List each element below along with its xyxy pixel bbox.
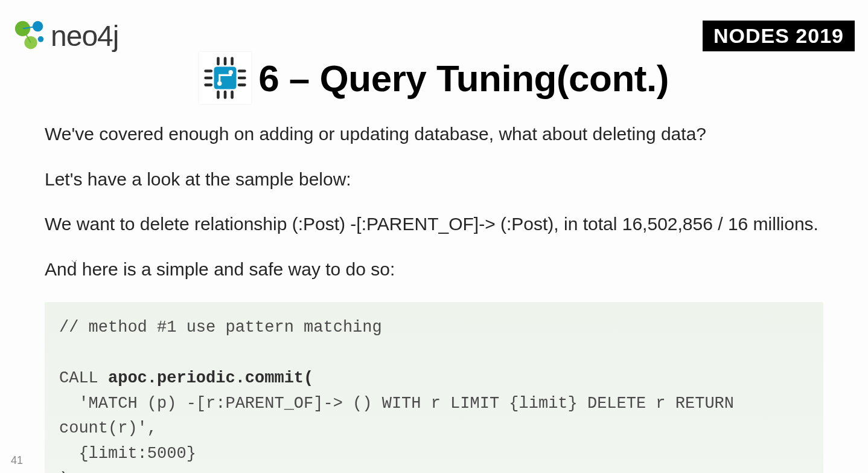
code-keyword: CALL	[59, 369, 108, 387]
slide: neo4j NODES 2019	[0, 0, 868, 473]
code-comment: // method #1 use pattern matching	[59, 318, 382, 336]
slide-title-row: 6 – Query Tuning(cont.)	[0, 52, 868, 104]
event-badge: NODES 2019	[703, 21, 855, 51]
code-block: // method #1 use pattern matching CALL a…	[45, 302, 823, 473]
slide-title: 6 – Query Tuning(cont.)	[258, 57, 669, 100]
code-line: {limit:5000}	[59, 445, 196, 463]
brand-name: neo4j	[51, 19, 118, 53]
paragraph: We want to delete relationship (:Post) -…	[45, 212, 823, 237]
svg-rect-18	[214, 67, 237, 89]
code-line: )	[59, 470, 69, 473]
brand-logo: neo4j	[13, 18, 118, 53]
svg-point-3	[38, 36, 44, 42]
cursor-icon: ⌵	[71, 254, 77, 265]
paragraph: Let's have a look at the sample below:	[45, 167, 823, 192]
slide-body: We've covered enough on adding or updati…	[0, 104, 868, 473]
code-line: 'MATCH (p) -[r:PARENT_OF]-> () WITH r LI…	[59, 394, 734, 413]
chip-icon	[199, 52, 251, 104]
svg-point-2	[24, 36, 37, 49]
code-line: count(r)',	[59, 419, 157, 437]
code-function: apoc.periodic.commit(	[108, 369, 313, 387]
page-number: 41	[11, 454, 23, 467]
paragraph: And here is a simple and safe way to do …	[45, 257, 823, 282]
paragraph: We've covered enough on adding or updati…	[45, 122, 823, 147]
logo-mark-icon	[13, 18, 48, 53]
